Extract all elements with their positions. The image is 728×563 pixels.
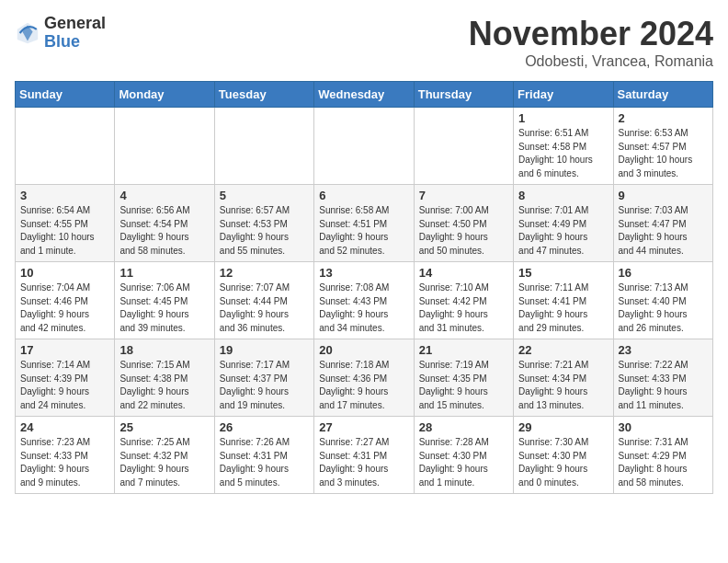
day-number: 23: [619, 343, 708, 357]
calendar-cell: 27Sunrise: 7:27 AM Sunset: 4:31 PM Dayli…: [314, 417, 414, 494]
day-info: Sunrise: 7:13 AM Sunset: 4:40 PM Dayligh…: [619, 282, 708, 335]
day-number: 9: [619, 189, 708, 202]
calendar-cell: 10Sunrise: 7:04 AM Sunset: 4:46 PM Dayli…: [16, 262, 115, 339]
calendar-cell: [314, 108, 414, 185]
calendar-cell: 26Sunrise: 7:26 AM Sunset: 4:31 PM Dayli…: [214, 417, 313, 494]
calendar-cell: 23Sunrise: 7:22 AM Sunset: 4:33 PM Dayli…: [613, 339, 712, 417]
calendar-cell: 18Sunrise: 7:15 AM Sunset: 4:38 PM Dayli…: [115, 339, 214, 417]
day-number: 3: [20, 189, 109, 202]
day-number: 14: [419, 266, 508, 280]
day-number: 11: [119, 266, 209, 280]
calendar-cell: 13Sunrise: 7:08 AM Sunset: 4:43 PM Dayli…: [314, 262, 414, 339]
header-sunday: Sunday: [16, 82, 115, 108]
calendar-week-2: 3Sunrise: 6:54 AM Sunset: 4:55 PM Daylig…: [16, 185, 713, 262]
day-number: 6: [319, 189, 408, 202]
day-number: 16: [619, 266, 708, 280]
logo-icon: [15, 20, 40, 46]
day-info: Sunrise: 7:14 AM Sunset: 4:39 PM Dayligh…: [20, 359, 109, 412]
calendar-cell: 22Sunrise: 7:21 AM Sunset: 4:34 PM Dayli…: [514, 339, 613, 417]
calendar-table: SundayMondayTuesdayWednesdayThursdayFrid…: [15, 81, 713, 494]
day-number: 27: [319, 420, 408, 434]
calendar-cell: 7Sunrise: 7:00 AM Sunset: 4:50 PM Daylig…: [414, 185, 513, 262]
calendar-cell: 3Sunrise: 6:54 AM Sunset: 4:55 PM Daylig…: [16, 185, 115, 262]
day-info: Sunrise: 7:15 AM Sunset: 4:38 PM Dayligh…: [119, 359, 209, 412]
calendar-cell: 5Sunrise: 6:57 AM Sunset: 4:53 PM Daylig…: [214, 185, 313, 262]
calendar-cell: 2Sunrise: 6:53 AM Sunset: 4:57 PM Daylig…: [613, 108, 712, 185]
calendar-cell: 11Sunrise: 7:06 AM Sunset: 4:45 PM Dayli…: [115, 262, 214, 339]
day-number: 19: [220, 343, 309, 357]
day-info: Sunrise: 7:25 AM Sunset: 4:32 PM Dayligh…: [119, 436, 209, 489]
logo-blue: Blue: [44, 33, 106, 52]
day-info: Sunrise: 6:51 AM Sunset: 4:58 PM Dayligh…: [518, 127, 608, 180]
day-info: Sunrise: 7:17 AM Sunset: 4:37 PM Dayligh…: [220, 359, 309, 412]
day-number: 8: [518, 189, 608, 202]
calendar-cell: 25Sunrise: 7:25 AM Sunset: 4:32 PM Dayli…: [115, 417, 214, 494]
calendar-week-3: 10Sunrise: 7:04 AM Sunset: 4:46 PM Dayli…: [16, 262, 713, 339]
day-number: 13: [319, 266, 408, 280]
day-info: Sunrise: 7:23 AM Sunset: 4:33 PM Dayligh…: [20, 436, 109, 489]
day-number: 5: [220, 189, 309, 202]
calendar-cell: 30Sunrise: 7:31 AM Sunset: 4:29 PM Dayli…: [613, 417, 712, 494]
day-number: 7: [419, 189, 508, 202]
header-monday: Monday: [115, 82, 214, 108]
day-number: 1: [518, 111, 608, 125]
logo-general: General: [44, 15, 106, 33]
day-info: Sunrise: 7:11 AM Sunset: 4:41 PM Dayligh…: [518, 282, 608, 335]
calendar-cell: 20Sunrise: 7:18 AM Sunset: 4:36 PM Dayli…: [314, 339, 414, 417]
day-number: 12: [220, 266, 309, 280]
day-info: Sunrise: 6:56 AM Sunset: 4:54 PM Dayligh…: [119, 204, 209, 258]
day-info: Sunrise: 7:30 AM Sunset: 4:30 PM Dayligh…: [518, 436, 608, 489]
day-info: Sunrise: 7:28 AM Sunset: 4:30 PM Dayligh…: [419, 436, 508, 489]
calendar-cell: 4Sunrise: 6:56 AM Sunset: 4:54 PM Daylig…: [115, 185, 214, 262]
calendar-cell: 1Sunrise: 6:51 AM Sunset: 4:58 PM Daylig…: [514, 108, 613, 185]
calendar-cell: [16, 108, 115, 185]
day-number: 28: [419, 420, 508, 434]
day-number: 30: [619, 420, 708, 434]
calendar-cell: 29Sunrise: 7:30 AM Sunset: 4:30 PM Dayli…: [514, 417, 613, 494]
header-thursday: Thursday: [414, 82, 513, 108]
calendar-cell: 12Sunrise: 7:07 AM Sunset: 4:44 PM Dayli…: [214, 262, 313, 339]
calendar-cell: 15Sunrise: 7:11 AM Sunset: 4:41 PM Dayli…: [514, 262, 613, 339]
day-info: Sunrise: 7:03 AM Sunset: 4:47 PM Dayligh…: [619, 204, 708, 258]
day-info: Sunrise: 7:08 AM Sunset: 4:43 PM Dayligh…: [319, 282, 408, 335]
day-number: 10: [20, 266, 109, 280]
day-info: Sunrise: 7:10 AM Sunset: 4:42 PM Dayligh…: [419, 282, 508, 335]
calendar-cell: 16Sunrise: 7:13 AM Sunset: 4:40 PM Dayli…: [613, 262, 712, 339]
day-number: 2: [619, 111, 708, 125]
day-info: Sunrise: 6:53 AM Sunset: 4:57 PM Dayligh…: [619, 127, 708, 180]
day-info: Sunrise: 6:54 AM Sunset: 4:55 PM Dayligh…: [20, 204, 109, 258]
day-info: Sunrise: 7:04 AM Sunset: 4:46 PM Dayligh…: [20, 282, 109, 335]
day-number: 25: [119, 420, 209, 434]
header-tuesday: Tuesday: [214, 82, 313, 108]
header-wednesday: Wednesday: [314, 82, 414, 108]
day-info: Sunrise: 7:01 AM Sunset: 4:49 PM Dayligh…: [518, 204, 608, 258]
day-info: Sunrise: 7:06 AM Sunset: 4:45 PM Dayligh…: [119, 282, 209, 335]
calendar-cell: 24Sunrise: 7:23 AM Sunset: 4:33 PM Dayli…: [16, 417, 115, 494]
calendar-cell: 19Sunrise: 7:17 AM Sunset: 4:37 PM Dayli…: [214, 339, 313, 417]
header-row: SundayMondayTuesdayWednesdayThursdayFrid…: [16, 82, 713, 108]
day-number: 21: [419, 343, 508, 357]
day-number: 17: [20, 343, 109, 357]
day-number: 20: [319, 343, 408, 357]
header-friday: Friday: [514, 82, 613, 108]
day-number: 29: [518, 420, 608, 434]
location: Odobesti, Vrancea, Romania: [469, 53, 713, 70]
logo-text: General Blue: [44, 15, 106, 52]
calendar-cell: [414, 108, 513, 185]
calendar-week-5: 24Sunrise: 7:23 AM Sunset: 4:33 PM Dayli…: [16, 417, 713, 494]
calendar-cell: [214, 108, 313, 185]
calendar-cell: 6Sunrise: 6:58 AM Sunset: 4:51 PM Daylig…: [314, 185, 414, 262]
day-info: Sunrise: 7:27 AM Sunset: 4:31 PM Dayligh…: [319, 436, 408, 489]
page-header: General Blue November 2024 Odobesti, Vra…: [15, 15, 713, 70]
day-number: 4: [119, 189, 209, 202]
day-number: 22: [518, 343, 608, 357]
logo: General Blue: [15, 15, 106, 52]
calendar-cell: [115, 108, 214, 185]
calendar-week-1: 1Sunrise: 6:51 AM Sunset: 4:58 PM Daylig…: [16, 108, 713, 185]
title-block: November 2024 Odobesti, Vrancea, Romania: [469, 15, 713, 70]
day-info: Sunrise: 7:00 AM Sunset: 4:50 PM Dayligh…: [419, 204, 508, 258]
day-info: Sunrise: 6:58 AM Sunset: 4:51 PM Dayligh…: [319, 204, 408, 258]
calendar-week-4: 17Sunrise: 7:14 AM Sunset: 4:39 PM Dayli…: [16, 339, 713, 417]
calendar-body: 1Sunrise: 6:51 AM Sunset: 4:58 PM Daylig…: [16, 108, 713, 494]
day-number: 18: [119, 343, 209, 357]
